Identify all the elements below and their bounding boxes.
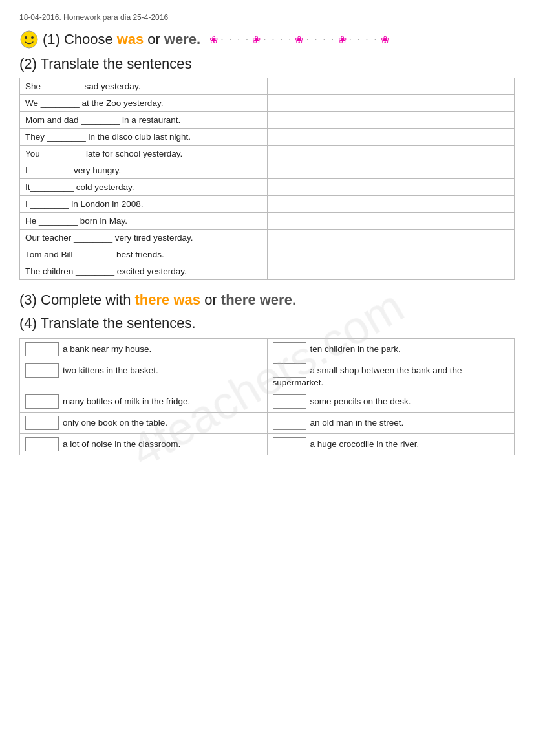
sentence-left-7: I ________ in London in 2008. <box>20 196 268 213</box>
sentence-left-0: She ________ sad yesterday. <box>20 78 268 95</box>
section4-row: a bank near my house. ten children in th… <box>20 339 515 360</box>
sentences-table: She ________ sad yesterday. We ________ … <box>19 78 515 280</box>
s4-right-3: an old man in the street. <box>267 413 515 434</box>
sentence-left-10: Tom and Bill ________ best friends. <box>20 246 268 263</box>
svg-point-0 <box>21 31 37 48</box>
sentence-right-10[interactable] <box>267 246 515 263</box>
sentence-right-8[interactable] <box>267 213 515 230</box>
sentence-row: I ________ in London in 2008. <box>20 196 515 213</box>
sentence-row: You_________ late for school yesterday. <box>20 146 515 162</box>
section1-were: were. <box>164 31 200 48</box>
sentence-row: We ________ at the Zoo yesterday. <box>20 95 515 112</box>
s4-left-3: only one book on the table. <box>20 413 268 434</box>
sentence-right-4[interactable] <box>267 146 515 162</box>
section3-title: (3) Complete with there was or there wer… <box>19 292 515 308</box>
sentence-left-5: I_________ very hungry. <box>20 162 268 179</box>
section3-or: or <box>204 292 221 308</box>
sentence-right-5[interactable] <box>267 162 515 179</box>
sentence-left-11: The children ________ excited yesterday. <box>20 263 268 280</box>
sentence-right-9[interactable] <box>267 230 515 246</box>
sentence-right-2[interactable] <box>267 112 515 129</box>
section4-row: many bottles of milk in the fridge. some… <box>20 391 515 413</box>
answer-box-left-0[interactable] <box>25 342 59 356</box>
section4-row: two kittens in the basket. a small shop … <box>20 360 515 391</box>
sentence-right-11[interactable] <box>267 263 515 280</box>
answer-box-left-4[interactable] <box>25 437 59 451</box>
sentence-left-6: It_________ cold yesterday. <box>20 179 268 196</box>
s4-right-2: some pencils on the desk. <box>267 391 515 413</box>
section1-or: or <box>147 31 160 48</box>
section1-title: (1) Choose was or were. ❀· · · ·❀· · · ·… <box>19 30 515 49</box>
answer-box-left-3[interactable] <box>25 416 59 430</box>
sentence-row: Mom and dad ________ in a restaurant. <box>20 112 515 129</box>
answer-box-right-3[interactable] <box>273 416 306 430</box>
section2-title: (2) Translate the sentences <box>19 56 515 72</box>
sentence-row: Tom and Bill ________ best friends. <box>20 246 515 263</box>
svg-point-1 <box>25 36 27 39</box>
sentence-row: It_________ cold yesterday. <box>20 179 515 196</box>
sentence-row: I_________ very hungry. <box>20 162 515 179</box>
sentence-right-1[interactable] <box>267 95 515 112</box>
s4-right-1: a small shop between the bank and the su… <box>267 360 515 391</box>
sentence-right-0[interactable] <box>267 78 515 95</box>
s4-right-4: a huge crocodile in the river. <box>267 434 515 455</box>
sentence-left-3: They ________ in the disco club last nig… <box>20 129 268 146</box>
smiley-icon <box>19 30 39 49</box>
section4-title: (4) Translate the sentences. <box>19 315 515 332</box>
sentence-row: The children ________ excited yesterday. <box>20 263 515 280</box>
sentence-left-1: We ________ at the Zoo yesterday. <box>20 95 268 112</box>
section4-row: only one book on the table. an old man i… <box>20 413 515 434</box>
answer-box-left-2[interactable] <box>25 394 59 409</box>
header-date: 18-04-2016. Homework para dia 25-4-2016 <box>19 13 515 22</box>
answer-box-right-0[interactable] <box>273 342 306 356</box>
answer-box-left-1[interactable] <box>25 363 59 378</box>
sentence-right-7[interactable] <box>267 196 515 213</box>
s4-left-0: a bank near my house. <box>20 339 268 360</box>
section1-text-before: Choose <box>64 31 113 48</box>
sentence-left-4: You_________ late for school yesterday. <box>20 146 268 162</box>
s4-left-2: many bottles of milk in the fridge. <box>20 391 268 413</box>
sentence-left-9: Our teacher ________ very tired yesterda… <box>20 230 268 246</box>
sentence-left-8: He ________ born in May. <box>20 213 268 230</box>
section3-there-was: there was <box>135 292 201 308</box>
section4-table: a bank near my house. ten children in th… <box>19 338 515 455</box>
section3-there-were: there were. <box>221 292 296 308</box>
sentence-right-6[interactable] <box>267 179 515 196</box>
section1-was: was <box>117 31 144 48</box>
sentence-row: They ________ in the disco club last nig… <box>20 129 515 146</box>
svg-point-2 <box>31 36 34 39</box>
s4-right-0: ten children in the park. <box>267 339 515 360</box>
section1-number: (1) <box>43 31 60 48</box>
section3-text: Complete with <box>41 292 135 308</box>
answer-box-right-2[interactable] <box>273 394 306 409</box>
sentence-row: He ________ born in May. <box>20 213 515 230</box>
section4-row: a lot of noise in the classroom. a huge … <box>20 434 515 455</box>
answer-box-right-1[interactable] <box>273 363 306 378</box>
sentence-right-3[interactable] <box>267 129 515 146</box>
decoration: ❀· · · ·❀· · · ·❀· · · ·❀· · · ·❀ <box>209 34 389 46</box>
s4-left-4: a lot of noise in the classroom. <box>20 434 268 455</box>
section3-number: (3) <box>19 292 37 308</box>
answer-box-right-4[interactable] <box>273 437 306 451</box>
sentence-row: She ________ sad yesterday. <box>20 78 515 95</box>
s4-left-1: two kittens in the basket. <box>20 360 268 391</box>
sentence-row: Our teacher ________ very tired yesterda… <box>20 230 515 246</box>
sentence-left-2: Mom and dad ________ in a restaurant. <box>20 112 268 129</box>
